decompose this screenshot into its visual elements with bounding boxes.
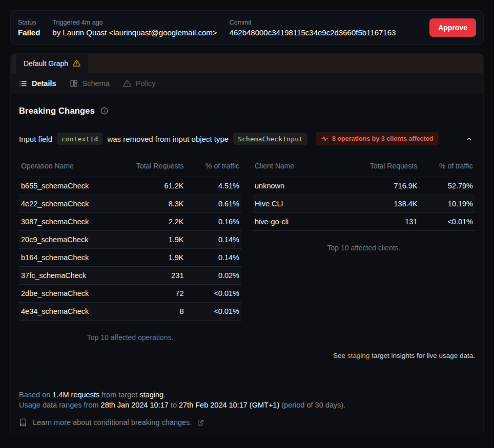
approve-button[interactable]: Approve — [429, 18, 476, 37]
tab-schema[interactable]: Schema — [70, 79, 110, 88]
operation-link[interactable]: b655_schemaCheck — [19, 177, 117, 195]
collapse-chevron-icon[interactable] — [463, 133, 475, 145]
breaking-changes-title: Breaking Changes — [19, 106, 95, 116]
operation-link[interactable]: 4e34_schemaCheck — [19, 303, 117, 321]
staging-insights-link[interactable]: staging — [347, 352, 370, 359]
section-divider — [19, 372, 475, 372]
operation-link[interactable]: 3087_schemaCheck — [19, 213, 117, 231]
tab-details[interactable]: Details — [19, 79, 56, 88]
usage-summary-line1: Based on 1.4M requests from target stagi… — [19, 390, 475, 400]
insights-note-prefix: See — [333, 352, 347, 359]
usage-summary: Based on 1.4M requests from target stagi… — [19, 390, 475, 410]
activity-pulse-icon — [321, 135, 328, 142]
table-row: unknown716.9K52.79% — [253, 177, 475, 195]
breaking-change-row[interactable]: Input field contextId was removed from i… — [19, 132, 475, 145]
status-value: Failed — [18, 28, 40, 37]
external-link-icon — [197, 419, 204, 426]
operation-link[interactable]: 37fc_schemaCheck — [19, 267, 117, 285]
cell-value: 0.14% — [186, 249, 241, 267]
operations-table: Operation NameTotal Requests% of traffic… — [19, 158, 241, 321]
operations-table-wrap: Operation NameTotal Requests% of traffic… — [19, 158, 241, 342]
column-header: Total Requests — [351, 158, 420, 177]
insights-note-suffix: target insights for live usage data. — [369, 352, 475, 359]
triggered-group: Triggered 4m ago by Laurin Quast <laurin… — [52, 19, 217, 37]
book-icon — [19, 418, 27, 426]
subnav: Details Schema Policy — [11, 73, 483, 94]
learn-more-label: Learn more about conditional breaking ch… — [33, 418, 192, 426]
cell-value: 131 — [351, 213, 420, 231]
graph-tab-label: Default Graph — [24, 59, 68, 68]
cell-value: 8 — [117, 303, 186, 321]
info-icon[interactable] — [100, 107, 108, 115]
insights-note: See staging target insights for live usa… — [19, 352, 475, 359]
learn-more-link[interactable]: Learn more about conditional breaking ch… — [19, 418, 475, 428]
cell-value: 716.9K — [351, 177, 420, 195]
usage-tables: Operation NameTotal Requests% of traffic… — [19, 158, 475, 342]
schema-columns-icon — [70, 79, 78, 88]
operations-caption: Top 10 affected operations. — [19, 321, 241, 342]
range-start: 28th Jan 2024 10:17 — [101, 401, 169, 409]
details-content: Breaking Changes Input field contextId w… — [11, 94, 483, 436]
column-header: Operation Name — [19, 158, 117, 177]
type-code-badge: SchemaCheckInput — [233, 133, 307, 145]
triggered-label: Triggered 4m ago — [52, 19, 217, 26]
clients-table: Client NameTotal Requests% of traffic un… — [253, 158, 475, 231]
change-text-middle: was removed from input object type — [107, 135, 229, 143]
graph-tab-strip: Default Graph — [11, 54, 483, 73]
check-detail-card: Default Graph Details Schema Policy — [10, 53, 484, 436]
cell-value: 72 — [117, 285, 186, 303]
operation-link[interactable]: b164_schemaCheck — [19, 249, 117, 267]
cell-value: <0.01% — [186, 285, 241, 303]
impact-badge-label: 8 operations by 3 clients affected — [332, 135, 433, 142]
table-row: hive-go-cli131<0.01% — [253, 213, 475, 231]
status-group: Status Failed — [18, 19, 40, 37]
operation-link[interactable]: 4e22_schemaCheck — [19, 195, 117, 213]
tab-schema-label: Schema — [83, 79, 110, 88]
client-name: unknown — [253, 177, 351, 195]
table-row: 4e34_schemaCheck8<0.01% — [19, 303, 241, 321]
change-text-prefix: Input field — [19, 135, 52, 143]
cell-value: 0.61% — [186, 195, 241, 213]
cell-value: 0.02% — [186, 267, 241, 285]
cell-value: 8.3K — [117, 195, 186, 213]
cell-value: 1.9K — [117, 231, 186, 249]
status-label: Status — [18, 19, 40, 26]
cell-value: 0.16% — [186, 213, 241, 231]
field-code-badge: contextId — [57, 133, 102, 145]
operation-link[interactable]: 2dbe_schemaCheck — [19, 285, 117, 303]
triggered-author: by Laurin Quast <laurinquast@googlemail.… — [52, 28, 217, 37]
impact-badge: 8 operations by 3 clients affected — [316, 132, 439, 145]
tab-details-label: Details — [32, 79, 56, 88]
policy-warning-icon — [123, 79, 131, 88]
list-icon — [19, 79, 27, 88]
target-name: staging — [139, 391, 163, 399]
table-row: 20c9_schemaCheck1.9K0.14% — [19, 231, 241, 249]
cell-value: 61.2K — [117, 177, 186, 195]
graph-warning-icon — [73, 59, 80, 67]
range-end: 27th Feb 2024 10:17 (GMT+1) — [179, 401, 279, 409]
cell-value: 52.79% — [419, 177, 475, 195]
table-row: 2dbe_schemaCheck72<0.01% — [19, 285, 241, 303]
column-header: Total Requests — [117, 158, 186, 177]
column-header: % of traffic — [419, 158, 475, 177]
cell-value: 2.2K — [117, 213, 186, 231]
operation-link[interactable]: 20c9_schemaCheck — [19, 231, 117, 249]
tab-policy[interactable]: Policy — [123, 79, 156, 88]
clients-table-wrap: Client NameTotal Requests% of traffic un… — [253, 158, 475, 342]
cell-value: 138.4K — [351, 195, 420, 213]
table-row: 37fc_schemaCheck2310.02% — [19, 267, 241, 285]
cell-value: 0.14% — [186, 231, 241, 249]
commit-group: Commit 462b48000c34198115c34e9c2d3660f5b… — [230, 19, 396, 37]
cell-value: 4.51% — [186, 177, 241, 195]
request-count: 1.4M requests — [52, 391, 99, 399]
cell-value: 231 — [117, 267, 186, 285]
usage-summary-line2: Usage data ranges from 28th Jan 2024 10:… — [19, 400, 475, 410]
cell-value: 1.9K — [117, 249, 186, 267]
cell-value: 10.19% — [419, 195, 475, 213]
table-row: Hive CLI138.4K10.19% — [253, 195, 475, 213]
check-header-card: Status Failed Triggered 4m ago by Laurin… — [10, 10, 484, 45]
tab-default-graph[interactable]: Default Graph — [16, 54, 88, 73]
commit-label: Commit — [230, 19, 396, 26]
table-row: 3087_schemaCheck2.2K0.16% — [19, 213, 241, 231]
cell-value: <0.01% — [419, 213, 475, 231]
